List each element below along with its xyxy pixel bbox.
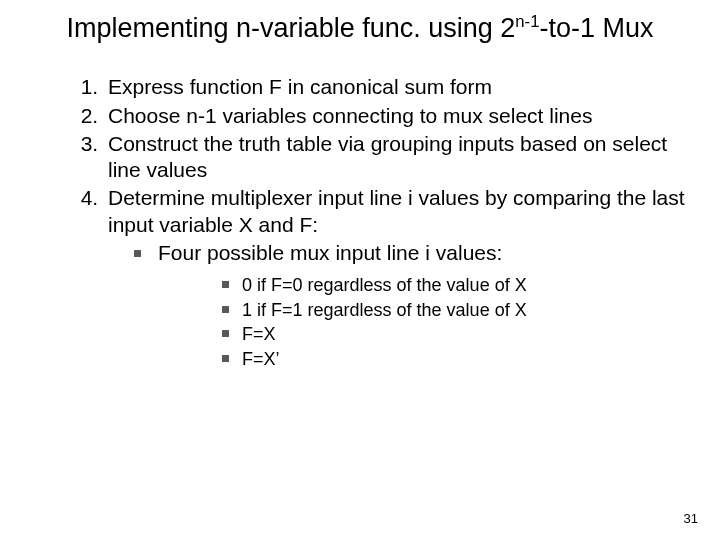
- list-item: 0 if F=0 regardless of the value of X: [218, 274, 692, 297]
- list-item: 1 if F=1 regardless of the value of X: [218, 299, 692, 322]
- title-post: -to-1 Mux: [539, 13, 653, 43]
- title-sup: n-1: [515, 12, 539, 31]
- sub-list-2: 0 if F=0 regardless of the value of X 1 …: [158, 274, 692, 370]
- sub-list-1: Four possible mux input line i values: 0…: [108, 240, 692, 370]
- list-item: Express function F in canonical sum form: [104, 74, 692, 100]
- list-item: F=X’: [218, 348, 692, 371]
- content-area: Express function F in canonical sum form…: [28, 74, 692, 370]
- list-item: Construct the truth table via grouping i…: [104, 131, 692, 184]
- list-item: F=X: [218, 323, 692, 346]
- numbered-list: Express function F in canonical sum form…: [72, 74, 692, 370]
- title-pre: Implementing n-variable func. using 2: [67, 13, 516, 43]
- list-item: Determine multiplexer input line i value…: [104, 185, 692, 370]
- slide-title: Implementing n-variable func. using 2n-1…: [28, 12, 692, 44]
- list-item: Four possible mux input line i values: 0…: [128, 240, 692, 370]
- page-number: 31: [684, 511, 698, 526]
- list-item: Choose n-1 variables connecting to mux s…: [104, 103, 692, 129]
- slide: Implementing n-variable func. using 2n-1…: [0, 0, 720, 540]
